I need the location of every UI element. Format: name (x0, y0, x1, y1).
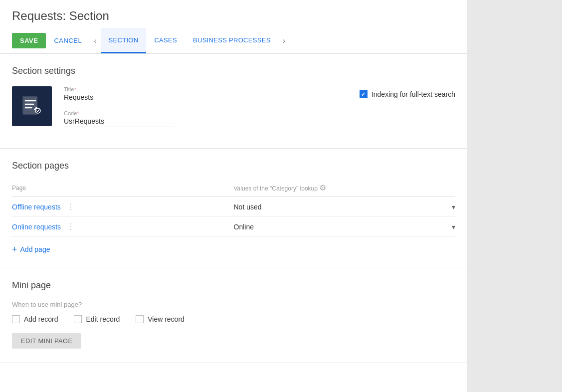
view-record-checkbox[interactable] (136, 315, 144, 323)
col-lookup-header: Values of the "Category" lookup ⚙ (234, 181, 456, 197)
check-edit-record: Edit record (74, 315, 120, 323)
view-record-label: View record (148, 315, 185, 323)
dropdown-online-value: Online (234, 223, 450, 231)
tab-business-processes[interactable]: BUSINESS PROCESSES (185, 28, 279, 53)
table-row: Online requests ⋮ Online ▾ (12, 217, 455, 237)
code-field-row: Code* UsrRequests (64, 110, 318, 127)
lookup-cell-online: Online ▾ (234, 217, 456, 237)
nav-tabs: SECTION CASES BUSINESS PROCESSES (101, 28, 279, 53)
check-add-record: Add record (12, 315, 58, 323)
indexing-label: Indexing for full-text search (372, 90, 455, 98)
mini-page-heading: Mini page (12, 280, 455, 291)
section-settings-content: Title* Requests Code* UsrRequests In (12, 86, 455, 134)
nav-prev-button[interactable]: ‹ (90, 32, 100, 49)
add-page-button[interactable]: + Add page (12, 245, 50, 254)
title-value[interactable]: Requests (64, 93, 174, 103)
fields-group: Title* Requests Code* UsrRequests (64, 86, 318, 134)
toolbar: SAVE CANCEL ‹ SECTION CASES BUSINESS PRO… (0, 28, 467, 54)
section-pages-heading: Section pages (12, 161, 455, 171)
page-title: Requests: Section (12, 9, 455, 23)
section-pages-block: Section pages Page Values of the "Catego… (0, 149, 467, 268)
cancel-button[interactable]: CANCEL (46, 33, 90, 48)
right-fields: Indexing for full-text search (360, 86, 455, 98)
page-cell-online: Online requests ⋮ (12, 217, 234, 237)
dropdown-offline-arrow[interactable]: ▾ (452, 203, 455, 211)
tab-section[interactable]: SECTION (101, 28, 147, 53)
section-settings-heading: Section settings (12, 66, 455, 76)
dropdown-offline-value: Not used (234, 203, 450, 211)
drag-handle-online[interactable]: ⋮ (67, 222, 75, 231)
col-page-header: Page (12, 181, 234, 197)
edit-record-label: Edit record (86, 315, 120, 323)
save-button[interactable]: SAVE (12, 33, 46, 48)
check-view-record: View record (136, 315, 185, 323)
mini-page-question: When to use mini page? (12, 301, 455, 308)
add-record-label: Add record (24, 315, 58, 323)
nav-next-button[interactable]: › (279, 32, 289, 49)
edit-record-checkbox[interactable] (74, 315, 82, 323)
page-header: Requests: Section (0, 0, 467, 28)
offline-requests-link[interactable]: Offline requests (12, 203, 61, 211)
indexing-checkbox-row: Indexing for full-text search (360, 90, 455, 98)
edit-mini-page-button[interactable]: EDIT MINI PAGE (12, 333, 81, 349)
svg-point-6 (35, 108, 40, 113)
page-cell-offline: Offline requests ⋮ (12, 197, 234, 217)
gear-button[interactable]: ⚙ (319, 183, 326, 193)
plus-icon: + (12, 245, 17, 254)
title-label: Title* (64, 86, 318, 92)
page-wrapper: Requests: Section SAVE CANCEL ‹ SECTION … (0, 0, 562, 392)
code-value[interactable]: UsrRequests (64, 117, 174, 127)
mini-page-block: Mini page When to use mini page? Add rec… (0, 268, 467, 363)
online-requests-link[interactable]: Online requests (12, 223, 61, 231)
tab-cases[interactable]: CASES (146, 28, 185, 53)
title-field-row: Title* Requests (64, 86, 318, 103)
code-label: Code* (64, 110, 318, 116)
drag-handle-offline[interactable]: ⋮ (67, 202, 75, 211)
dropdown-online-arrow[interactable]: ▾ (452, 223, 455, 231)
section-settings-block: Section settings (0, 54, 467, 149)
indexing-checkbox[interactable] (360, 90, 368, 98)
right-sidebar (467, 0, 562, 392)
add-record-checkbox[interactable] (12, 315, 20, 323)
content-area: Requests: Section SAVE CANCEL ‹ SECTION … (0, 0, 467, 392)
mini-page-checks: Add record Edit record View record (12, 315, 455, 323)
table-row: Offline requests ⋮ Not used ▾ (12, 197, 455, 217)
dropdown-online: Online ▾ (234, 223, 456, 231)
section-icon (12, 86, 52, 126)
lookup-cell-offline: Not used ▾ (234, 197, 456, 217)
dropdown-offline: Not used ▾ (234, 203, 456, 211)
pages-table: Page Values of the "Category" lookup ⚙ O… (12, 181, 455, 237)
